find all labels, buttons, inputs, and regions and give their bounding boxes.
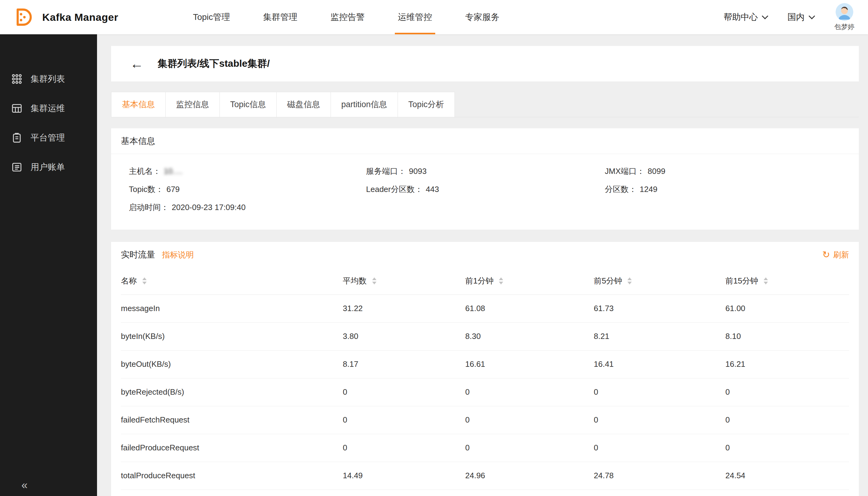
- basic-info-card: 基本信息 主机名：10.…服务端口：9093JMX端口：8099Topic数：6…: [111, 128, 859, 230]
- metric-value-cell: 0: [343, 406, 465, 434]
- info-value: 679: [167, 185, 180, 194]
- metric-value-cell: 0: [725, 406, 849, 434]
- metric-name-cell: totalFetchRequest: [121, 490, 343, 496]
- chevron-down-icon: [762, 13, 768, 19]
- refresh-button[interactable]: ↻ 刷新: [822, 249, 849, 260]
- table-row: byteOut(KB/s)8.1716.6116.4116.21: [121, 350, 849, 378]
- metric-name-cell: failedFetchRequest: [121, 406, 343, 434]
- tab-basic-info[interactable]: 基本信息: [111, 92, 165, 117]
- collapse-sidebar-button[interactable]: «: [0, 479, 49, 492]
- metric-name-cell: failedProduceRequest: [121, 434, 343, 462]
- sort-icon[interactable]: [499, 277, 503, 284]
- sort-icon[interactable]: [372, 277, 377, 284]
- main-content: ← 集群列表/线下stable集群/ 基本信息监控信息Topic信息磁盘信息pa…: [97, 34, 868, 496]
- column-header: 前5分钟: [594, 268, 725, 295]
- metric-value-cell: 21401.62: [594, 490, 725, 496]
- nav-item-cluster-manage[interactable]: 集群管理: [247, 0, 314, 34]
- info-field: 分区数：1249: [605, 181, 859, 198]
- page-title: 集群列表/线下stable集群/: [158, 57, 270, 71]
- sort-icon[interactable]: [628, 277, 632, 284]
- metric-value-cell: 0: [594, 406, 725, 434]
- metric-value-cell: 61.00: [725, 295, 849, 322]
- sidebar-item-cluster-list[interactable]: 集群列表: [0, 64, 97, 94]
- help-center-menu[interactable]: 帮助中心: [724, 11, 767, 23]
- tab-monitor-info[interactable]: 监控信息: [165, 92, 220, 117]
- app-logo-icon[interactable]: [14, 7, 34, 27]
- column-header: 前1分钟: [465, 268, 594, 295]
- metric-value-cell: 16.41: [594, 350, 725, 378]
- info-field: 启动时间：2020-09-23 17:09:40: [129, 199, 366, 216]
- realtime-traffic-header: 实时流量 指标说明 ↻ 刷新: [111, 242, 859, 268]
- app-title: Kafka Manager: [42, 11, 118, 23]
- avatar[interactable]: [836, 3, 853, 21]
- tab-disk-info[interactable]: 磁盘信息: [277, 92, 331, 117]
- column-label: 平均数: [343, 276, 367, 286]
- sort-icon[interactable]: [142, 277, 147, 284]
- metric-doc-link[interactable]: 指标说明: [162, 249, 194, 260]
- metric-value-cell: 0: [725, 378, 849, 406]
- info-value: 9093: [409, 167, 427, 176]
- back-button[interactable]: ←: [130, 57, 144, 71]
- refresh-icon: ↻: [822, 250, 830, 259]
- region-label: 国内: [788, 11, 805, 23]
- metric-value-cell: 8.10: [725, 322, 849, 350]
- sidebar-item-label: 集群运维: [31, 103, 65, 114]
- tab-topic-analysis[interactable]: Topic分析: [398, 92, 455, 117]
- sidebar-item-cluster-ops[interactable]: 集群运维: [0, 94, 97, 123]
- metric-value-cell: 14.49: [343, 462, 465, 490]
- sidebar: 集群列表集群运维平台管理用户账单 «: [0, 34, 97, 496]
- region-menu[interactable]: 国内: [788, 11, 814, 23]
- info-label: 主机名：: [129, 167, 161, 176]
- nav-item-expert-service[interactable]: 专家服务: [449, 0, 516, 34]
- nav-item-monitor-alert[interactable]: 监控告警: [314, 0, 381, 34]
- metric-value-cell: 0: [343, 434, 465, 462]
- basic-info-card-title: 基本信息: [111, 128, 859, 154]
- column-label: 前5分钟: [594, 276, 622, 286]
- metric-value-cell: 0: [465, 406, 594, 434]
- username-label: 包梦婷: [834, 22, 854, 32]
- info-label: 分区数：: [605, 185, 637, 194]
- metric-value-cell: 8.21: [594, 322, 725, 350]
- sort-icon[interactable]: [764, 277, 768, 284]
- table-row: totalFetchRequest13308.8021399.0521401.6…: [121, 490, 849, 496]
- top-navbar: Kafka Manager Topic管理集群管理监控告警运维管控专家服务 帮助…: [0, 0, 868, 34]
- metric-value-cell: 24.54: [725, 462, 849, 490]
- info-value: 443: [426, 185, 439, 194]
- table-row: messageIn31.2261.0861.7361.00: [121, 295, 849, 322]
- metric-value-cell: 31.22: [343, 295, 465, 322]
- tab-bar: 基本信息监控信息Topic信息磁盘信息partition信息Topic分析: [111, 92, 859, 117]
- navbar-right: 帮助中心 国内 包梦婷: [724, 3, 854, 32]
- refresh-label: 刷新: [833, 249, 849, 260]
- metric-value-cell: 21228.01: [725, 490, 849, 496]
- sidebar-item-user-bill[interactable]: 用户账单: [0, 153, 97, 182]
- navbar-menu: Topic管理集群管理监控告警运维管控专家服务: [176, 0, 516, 34]
- metric-value-cell: 0: [343, 378, 465, 406]
- metric-value-cell: 3.80: [343, 322, 465, 350]
- metric-name-cell: messageIn: [121, 295, 343, 322]
- cluster-ops-icon: [11, 103, 23, 114]
- sidebar-item-platform-admin[interactable]: 平台管理: [0, 123, 97, 153]
- metric-value-cell: 13308.80: [343, 490, 465, 496]
- metric-value-cell: 24.96: [465, 462, 594, 490]
- metric-value-cell: 16.21: [725, 350, 849, 378]
- column-label: 前15分钟: [725, 276, 758, 286]
- info-value: 8099: [648, 167, 665, 176]
- column-header: 前15分钟: [725, 268, 849, 295]
- metric-value-cell: 0: [465, 434, 594, 462]
- metric-value-cell: 0: [465, 378, 594, 406]
- metric-value-cell: 61.73: [594, 295, 725, 322]
- tab-partition-info[interactable]: partition信息: [331, 92, 398, 117]
- nav-item-ops-control[interactable]: 运维管控: [381, 0, 449, 34]
- info-value: 2020-09-23 17:09:40: [172, 203, 246, 212]
- metric-value-cell: 0: [594, 434, 725, 462]
- info-label: Topic数：: [129, 185, 163, 194]
- realtime-traffic-card: 实时流量 指标说明 ↻ 刷新 名称平均数前1分钟前5分钟前15分钟 messag…: [111, 242, 859, 496]
- tab-topic-info[interactable]: Topic信息: [219, 92, 277, 117]
- table-row: totalProduceRequest14.4924.9624.7824.54: [121, 462, 849, 490]
- metric-value-cell: 24.78: [594, 462, 725, 490]
- info-label: 启动时间：: [129, 203, 169, 212]
- user-menu[interactable]: 包梦婷: [834, 3, 854, 32]
- breadcrumb-card: ← 集群列表/线下stable集群/: [111, 46, 859, 81]
- metric-name-cell: byteRejected(B/s): [121, 378, 343, 406]
- nav-item-topic-manage[interactable]: Topic管理: [176, 0, 247, 34]
